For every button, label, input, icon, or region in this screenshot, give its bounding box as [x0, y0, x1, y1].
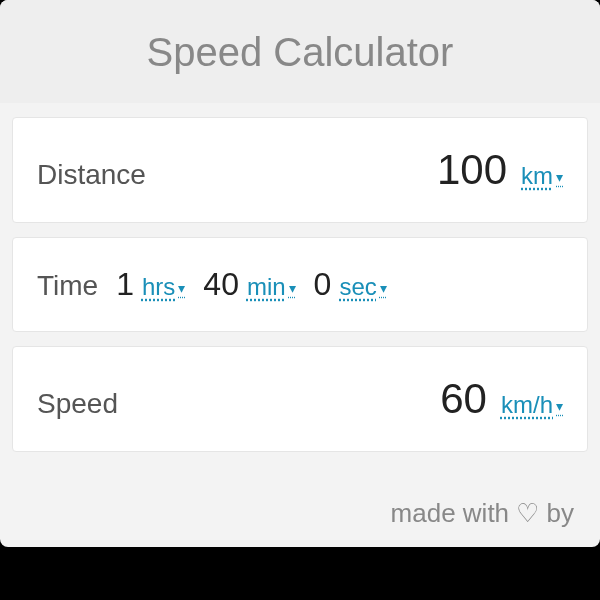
chevron-down-icon: ▾ — [556, 169, 563, 185]
calculator-card: Speed Calculator Distance 100 km ▾ Time … — [0, 0, 600, 547]
time-minutes-group: 40 min ▾ — [203, 266, 295, 303]
footer-made-with: made with — [391, 498, 510, 528]
chevron-down-icon: ▾ — [380, 280, 387, 296]
chevron-down-icon: ▾ — [289, 280, 296, 296]
heart-icon: ♡ — [516, 498, 539, 529]
distance-value[interactable]: 100 — [437, 146, 507, 194]
distance-unit-text: km — [521, 162, 553, 190]
calculator-header: Speed Calculator — [0, 0, 600, 103]
speed-unit-dropdown[interactable]: km/h ▾ — [501, 391, 563, 419]
time-label: Time — [37, 270, 98, 302]
time-seconds-group: 0 sec ▾ — [314, 266, 387, 303]
time-seconds-unit-text: sec — [339, 273, 376, 301]
time-minutes-unit-dropdown[interactable]: min ▾ — [247, 273, 296, 301]
distance-row: Distance 100 km ▾ — [12, 117, 588, 223]
chevron-down-icon: ▾ — [556, 398, 563, 414]
speed-row: Speed 60 km/h ▾ — [12, 346, 588, 452]
page-title: Speed Calculator — [20, 30, 580, 75]
footer: made with ♡ by — [0, 466, 600, 547]
distance-value-group: 100 km ▾ — [437, 146, 563, 194]
speed-unit-text: km/h — [501, 391, 553, 419]
distance-label: Distance — [37, 159, 146, 191]
time-seconds-value[interactable]: 0 — [314, 266, 332, 303]
time-seconds-unit-dropdown[interactable]: sec ▾ — [339, 273, 386, 301]
speed-label: Speed — [37, 388, 118, 420]
footer-by: by — [547, 498, 574, 528]
time-row: Time 1 hrs ▾ 40 min ▾ 0 sec ▾ — [12, 237, 588, 332]
time-hours-value[interactable]: 1 — [116, 266, 134, 303]
calculator-rows: Distance 100 km ▾ Time 1 hrs ▾ 40 — [0, 117, 600, 452]
speed-value-group: 60 km/h ▾ — [440, 375, 563, 423]
time-hours-group: 1 hrs ▾ — [116, 266, 185, 303]
speed-value[interactable]: 60 — [440, 375, 487, 423]
time-minutes-unit-text: min — [247, 273, 286, 301]
chevron-down-icon: ▾ — [178, 280, 185, 296]
time-hours-unit-dropdown[interactable]: hrs ▾ — [142, 273, 185, 301]
time-minutes-value[interactable]: 40 — [203, 266, 239, 303]
time-hours-unit-text: hrs — [142, 273, 175, 301]
distance-unit-dropdown[interactable]: km ▾ — [521, 162, 563, 190]
